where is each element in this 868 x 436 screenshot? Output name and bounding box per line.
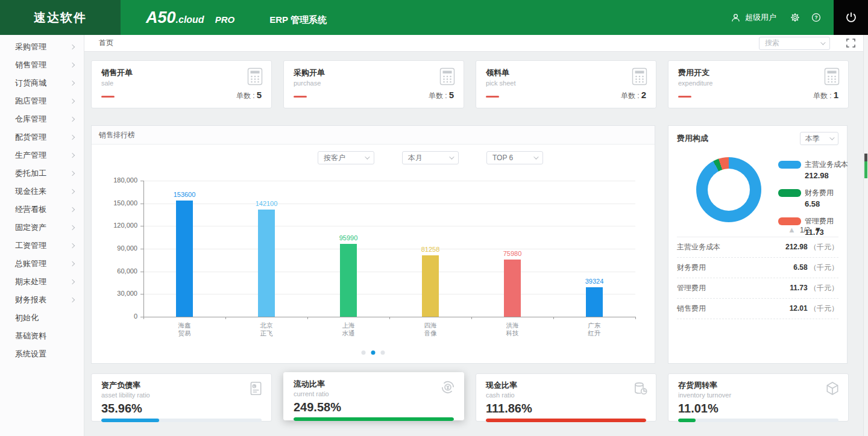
gear-icon[interactable] [790, 12, 800, 23]
sidebar-item-label: 现金往来 [15, 186, 46, 197]
sidebar-item[interactable]: 配货管理 [0, 128, 84, 146]
stat-card[interactable]: 采购开单purchase单数 :5 [283, 60, 464, 108]
sidebar-item[interactable]: 期末处理 [0, 273, 84, 291]
chevron-right-icon [70, 261, 75, 266]
sidebar-item[interactable]: 工资管理 [0, 237, 84, 255]
sidebar-item-label: 采购管理 [15, 42, 46, 52]
ratio-card[interactable]: 现金比率cash ratio111.86% [476, 373, 656, 422]
chevron-down-icon [533, 154, 538, 159]
chevron-right-icon [70, 63, 75, 67]
sidebar-item-label: 委托加工 [15, 168, 46, 179]
expense-period-value: 本季 [805, 134, 820, 144]
legend-swatch [778, 161, 801, 169]
stat-card-count: 单数 :1 [813, 90, 838, 101]
bar [340, 244, 357, 317]
bar [422, 255, 439, 317]
stat-card[interactable]: 领料单pick sheet单数 :2 [476, 60, 656, 108]
page-up-icon[interactable]: ▲ [788, 225, 796, 234]
sidebar-item-label: 期末处理 [15, 276, 46, 287]
search-select[interactable]: 搜索 [759, 37, 830, 50]
filter-top-select[interactable]: TOP 6 [486, 151, 543, 164]
gridline [143, 181, 635, 181]
chevron-down-icon [829, 135, 834, 140]
sidebar-item[interactable]: 基础资料 [0, 327, 84, 345]
sidebar-item-label: 初始化 [15, 313, 39, 323]
expense-title: 费用构成 [677, 133, 708, 144]
sidebar-item[interactable]: 跑店管理 [0, 92, 84, 110]
expense-row-label: 管理费用 [677, 283, 706, 293]
logout-button[interactable] [834, 0, 868, 35]
carousel-dot-active[interactable] [371, 350, 376, 355]
fullscreen-icon[interactable] [846, 38, 856, 48]
carousel-dot[interactable] [362, 350, 366, 355]
chevron-right-icon [70, 207, 75, 212]
progress-fill [678, 419, 696, 422]
expense-row-unit: （千元） [808, 243, 838, 251]
calculator-icon [439, 67, 455, 88]
scrollbar-thumb[interactable] [864, 154, 867, 161]
sidebar-item[interactable]: 委托加工 [0, 164, 84, 182]
filter-period-select[interactable]: 本月 [402, 151, 459, 164]
accent-dash [294, 96, 307, 98]
chevron-right-icon [70, 153, 75, 158]
legend-swatch [778, 217, 801, 225]
sidebar-item-label: 财务报表 [15, 294, 46, 305]
legend-item[interactable]: 财务费用6.58 [778, 188, 848, 208]
carousel-dot[interactable] [381, 350, 385, 355]
filter-dimension-value: 按客户 [324, 153, 345, 163]
sidebar-item[interactable]: 系统设置 [0, 345, 84, 363]
sidebar-item[interactable]: 现金往来 [0, 182, 84, 201]
progress-bar [678, 419, 838, 422]
help-icon[interactable]: ? [811, 12, 822, 23]
user-name[interactable]: 超级用户 [745, 12, 776, 23]
page-down-icon[interactable]: ▼ [814, 225, 822, 234]
chevron-right-icon [70, 171, 75, 176]
header-actions: 超级用户 ? [731, 12, 834, 23]
bar-value-label: 75980 [485, 250, 539, 257]
stat-card[interactable]: 销售开单sale单数 :5 [91, 60, 272, 108]
chevron-right-icon [70, 189, 75, 194]
stat-card[interactable]: 费用开支expenditure单数 :1 [668, 60, 849, 108]
sidebar-item[interactable]: 经营看板 [0, 201, 84, 219]
expense-row-value: 212.98 （千元） [785, 242, 838, 252]
ratio-card[interactable]: 流动比率current ratio249.58% [283, 372, 464, 420]
filter-dimension-select[interactable]: 按客户 [318, 151, 374, 164]
sidebar: 采购管理销售管理订货商城跑店管理仓库管理配货管理生产管理委托加工现金往来经营看板… [0, 35, 84, 436]
ratio-card-title: 流动比率 [294, 379, 454, 390]
stat-card-count: 单数 :5 [236, 90, 262, 101]
chevron-right-icon [70, 243, 75, 248]
bar-value-label: 142100 [239, 200, 294, 207]
sidebar-item[interactable]: 生产管理 [0, 146, 84, 164]
tab-home[interactable]: 首页 [99, 38, 113, 48]
carousel-dots [362, 350, 385, 355]
sidebar-item[interactable]: 总账管理 [0, 255, 84, 273]
sidebar-item[interactable]: 采购管理 [0, 38, 84, 56]
ratio-card[interactable]: 存货周转率inventory turnover11.01% [668, 373, 849, 422]
bar-chart: 180,000150,000120,00090,00060,00030,0000… [143, 181, 635, 317]
sidebar-item[interactable]: 初始化 [0, 309, 84, 327]
expense-row: 管理费用11.73 （千元） [677, 278, 838, 299]
logo-text: 速达软件 [34, 10, 87, 26]
ratio-card-title: 资产负债率 [101, 380, 262, 391]
x-axis-tick [635, 317, 636, 319]
scrollbar[interactable] [863, 35, 868, 436]
ratio-card-value: 35.96% [101, 402, 262, 416]
legend-item[interactable]: 主营业务成本212.98 [778, 160, 848, 180]
sales-rank-panel: 销售排行榜 按客户 本月 TOP 6 [91, 125, 655, 364]
app-logo[interactable]: 速达软件 [0, 0, 121, 35]
sidebar-item[interactable]: 财务报表 [0, 291, 84, 309]
sidebar-item-label: 基础资料 [15, 331, 46, 341]
expense-period-select[interactable]: 本季 [800, 132, 838, 145]
page-indicator: 1/2 [800, 226, 810, 234]
chevron-right-icon [70, 297, 75, 302]
sidebar-item[interactable]: 固定资产 [0, 219, 84, 237]
sidebar-item[interactable]: 订货商城 [0, 74, 84, 92]
sidebar-item-label: 总账管理 [15, 258, 46, 269]
product-name: A50 [146, 8, 176, 27]
cycle-coin-icon [440, 379, 456, 397]
sidebar-item[interactable]: 销售管理 [0, 56, 84, 74]
calculator-icon [824, 67, 840, 88]
expense-row: 销售费用12.01 （千元） [677, 299, 838, 319]
ratio-card[interactable]: 资产负债率asset libility ratio35.96% [91, 373, 272, 422]
sidebar-item[interactable]: 仓库管理 [0, 110, 84, 128]
